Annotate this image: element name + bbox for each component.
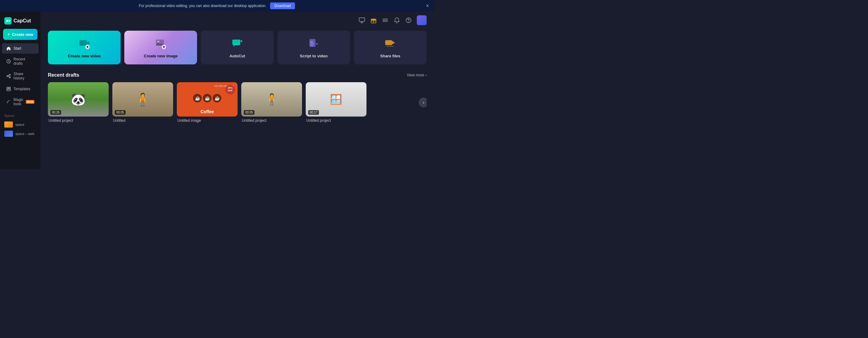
script-to-video-icon: AI bbox=[307, 37, 320, 50]
window-emoji: 🪟 bbox=[330, 94, 342, 105]
capcut-logo-icon bbox=[4, 17, 12, 25]
monitor-icon[interactable] bbox=[359, 17, 365, 24]
draft-card-3[interactable]: +00-000-000-0000 ☕ ☕ ☕ Coffee 25%OFF Unt… bbox=[177, 82, 238, 123]
duration-badge-4: 00:05 bbox=[244, 110, 254, 115]
draft-name-4: Untitled project bbox=[241, 119, 302, 123]
beta-badge: Beta bbox=[26, 100, 34, 104]
draft-name-1: Untitled project bbox=[48, 119, 108, 123]
sidebar-item-recent-drafts[interactable]: Recent drafts bbox=[2, 54, 39, 68]
draft-thumb-3: +00-000-000-0000 ☕ ☕ ☕ Coffee 25%OFF bbox=[177, 82, 238, 116]
svg-rect-8 bbox=[359, 18, 365, 22]
top-banner: For professional video editing, you can … bbox=[0, 0, 434, 12]
panda-emoji: 🐼 bbox=[71, 92, 86, 107]
image-add-icon bbox=[154, 37, 167, 50]
space-2-label: space – web bbox=[16, 132, 34, 136]
create-new-button[interactable]: + Create new bbox=[3, 29, 37, 40]
download-button[interactable]: Download bbox=[270, 2, 295, 9]
create-new-label: Create new bbox=[12, 32, 33, 37]
autocut-card[interactable]: AutoCut bbox=[201, 31, 274, 64]
draft-card-1[interactable]: 🐼 00:26 Untitled project bbox=[48, 82, 108, 123]
sidebar-item-magic-tools[interactable]: Magic tools Beta bbox=[2, 95, 39, 109]
draft-name-2: Untitled bbox=[112, 119, 173, 123]
share-icon bbox=[6, 74, 11, 78]
svg-rect-6 bbox=[9, 87, 10, 89]
help-icon[interactable] bbox=[405, 17, 412, 24]
video-card-icon-box bbox=[78, 37, 91, 50]
draft-thumb-1: 🐼 00:26 bbox=[48, 82, 108, 116]
draft-card-2[interactable]: 🧍 00:05 Untitled bbox=[112, 82, 173, 123]
create-video-card[interactable]: Create new video bbox=[48, 31, 121, 64]
layers-icon[interactable] bbox=[382, 17, 389, 24]
create-video-label: Create new video bbox=[68, 54, 101, 58]
sidebar-item-templates[interactable]: Templates bbox=[2, 84, 39, 94]
quick-actions: Create new video Create new image bbox=[48, 31, 427, 64]
template-icon bbox=[6, 87, 11, 91]
script-to-video-card[interactable]: AI Script to video bbox=[277, 31, 350, 64]
coffee-title: Coffee bbox=[200, 109, 214, 114]
duration-badge-5: 00:17 bbox=[308, 110, 319, 115]
sidebar-item-start-label: Start bbox=[13, 46, 21, 50]
image-card-icon-box bbox=[154, 37, 167, 50]
video-add-icon bbox=[78, 37, 91, 50]
sidebar-item-templates-label: Templates bbox=[13, 87, 30, 91]
svg-point-2 bbox=[9, 74, 10, 75]
coffee-circles: ☕ ☕ ☕ bbox=[193, 94, 221, 102]
sidebar-item-recent-label: Recent drafts bbox=[13, 57, 34, 66]
autocut-icon-box bbox=[230, 37, 244, 50]
drafts-grid: 🐼 00:26 Untitled project 🧍 00:05 Untitle… bbox=[48, 82, 427, 123]
wand-icon bbox=[6, 99, 11, 104]
draft-name-3: Untitled image bbox=[177, 119, 238, 123]
drafts-next-button[interactable]: › bbox=[418, 98, 427, 107]
banner-close-button[interactable]: × bbox=[426, 3, 429, 9]
space-item-1[interactable]: space bbox=[4, 120, 36, 129]
autocut-icon bbox=[230, 37, 244, 50]
draft-name-5: Untitled project bbox=[306, 119, 367, 123]
coffee-icon-2: ☕ bbox=[203, 94, 212, 102]
gift-icon[interactable] bbox=[370, 17, 377, 24]
logo-text: CapCut bbox=[13, 18, 31, 24]
app-layout: CapCut + Create new Start Recent drafts bbox=[0, 12, 434, 169]
svg-rect-21 bbox=[385, 40, 392, 45]
view-more-button[interactable]: View more › bbox=[407, 73, 427, 77]
share-files-card[interactable]: Share files bbox=[354, 31, 427, 64]
duration-badge-1: 00:26 bbox=[50, 110, 61, 115]
autocut-label: AutoCut bbox=[229, 54, 245, 58]
script-to-video-label: Script to video bbox=[300, 54, 328, 58]
space-item-2[interactable]: space – web bbox=[4, 129, 36, 138]
space-1-label: space bbox=[16, 123, 24, 126]
space-thumb-blue bbox=[4, 131, 13, 137]
coffee-discount-badge: 25%OFF bbox=[225, 84, 235, 95]
coffee-icon-3: ☕ bbox=[213, 94, 221, 102]
sidebar-item-magic-label: Magic tools bbox=[13, 98, 23, 106]
share-files-label: Share files bbox=[380, 54, 401, 58]
home-icon bbox=[6, 46, 11, 51]
draft-card-4[interactable]: 🧍 00:05 Untitled project bbox=[241, 82, 302, 123]
share-files-icon-box bbox=[383, 37, 397, 50]
svg-rect-5 bbox=[7, 87, 8, 89]
svg-point-4 bbox=[9, 77, 10, 78]
svg-point-3 bbox=[7, 75, 8, 77]
logo: CapCut bbox=[0, 15, 40, 29]
sidebar-item-start[interactable]: Start bbox=[2, 43, 39, 54]
create-image-label: Create new image bbox=[144, 54, 178, 58]
banner-message: For professional video editing, you can … bbox=[139, 4, 267, 8]
chevron-right-icon: › bbox=[425, 73, 427, 77]
svg-rect-7 bbox=[7, 89, 10, 91]
draft-thumb-4: 🧍 00:05 bbox=[241, 82, 302, 116]
duration-badge-2: 00:05 bbox=[115, 110, 126, 115]
coffee-icon-1: ☕ bbox=[193, 94, 202, 102]
draft-card-5[interactable]: 🪟 00:17 Untitled project bbox=[306, 82, 367, 123]
spaces-label: Spaces bbox=[4, 114, 36, 117]
person2-emoji: 🧍 bbox=[265, 93, 279, 106]
svg-point-12 bbox=[408, 22, 409, 22]
create-image-card[interactable]: Create new image bbox=[124, 31, 197, 64]
plus-icon: + bbox=[7, 32, 10, 37]
sidebar-item-share-history[interactable]: Share history bbox=[2, 69, 39, 83]
svg-text:AI: AI bbox=[310, 41, 313, 43]
person-emoji: 🧍 bbox=[135, 92, 150, 107]
spaces-section: Spaces space space – web bbox=[0, 114, 40, 138]
recent-drafts-header: Recent drafts View more › bbox=[48, 72, 427, 78]
avatar[interactable] bbox=[417, 15, 427, 25]
bell-icon[interactable] bbox=[394, 17, 400, 24]
view-more-label: View more bbox=[407, 73, 424, 77]
